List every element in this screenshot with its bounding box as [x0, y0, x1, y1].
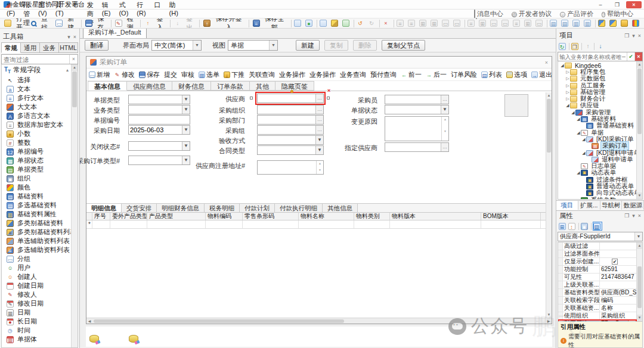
业务操作-button[interactable]: 业务操作: [279, 70, 305, 79]
clear-search-icon[interactable]: ×: [634, 52, 642, 61]
toolbox-item-修改日期[interactable]: ✎修改日期: [2, 299, 71, 308]
toolbox-item-多类别基础资料列表[interactable]: ≡多类别基础资料列表: [2, 228, 71, 237]
layout-select[interactable]: 中文(简体) ▼: [151, 40, 202, 51]
delete-annotation-icon[interactable]: ×: [327, 88, 330, 94]
grid-cell[interactable]: [481, 220, 541, 228]
document-tab[interactable]: 采购订单-_Default: [83, 29, 147, 38]
property-value[interactable]: ✔: [600, 258, 636, 265]
前一-button[interactable]: ←前一: [401, 70, 422, 79]
tree-expander-icon[interactable]: ◢: [581, 137, 586, 142]
align2-icon-button[interactable]: ⊞: [523, 19, 534, 28]
toolbox-item-多类别基础资料[interactable]: 多类别基础资料: [2, 219, 71, 228]
field-指定供应商[interactable]: …: [385, 142, 449, 152]
field-input-验收方式[interactable]: [258, 136, 315, 144]
copy-parent-node-button[interactable]: 复制父节点: [382, 40, 425, 51]
close-icon[interactable]: ×: [638, 213, 641, 219]
float-icon[interactable]: ❐: [624, 33, 629, 39]
修改-button[interactable]: ✎修改: [114, 70, 135, 79]
保存-button[interactable]: ▬保存: [83, 19, 110, 28]
toolbox-item-单据状态[interactable]: ▦单据状态: [2, 156, 71, 165]
property-value[interactable]: 编码: [600, 297, 636, 304]
提交-button[interactable]: 提交: [164, 70, 177, 79]
field-input-采购组[interactable]: [258, 126, 315, 134]
view-select[interactable]: 单据 ▼: [228, 40, 278, 51]
size-icon-button[interactable]: ▭: [534, 19, 546, 28]
tree-expander-icon[interactable]: ◢: [576, 117, 581, 122]
field-采购组[interactable]: …: [257, 125, 324, 135]
panel-tab-扩展...[interactable]: 扩展...: [578, 201, 600, 210]
designer-close-icon[interactable]: ×: [545, 60, 548, 66]
业务查询-button[interactable]: 业务查询: [340, 70, 366, 79]
grid-cell[interactable]: [206, 220, 243, 228]
categorized-view-icon[interactable]: ⊞: [558, 222, 568, 231]
field-单据状态[interactable]: ▼: [385, 105, 449, 114]
size-icon-button[interactable]: ▭: [452, 19, 463, 28]
grid-cell[interactable]: [243, 220, 299, 228]
detail-tab-交货安排[interactable]: 交货安排: [122, 204, 157, 212]
保存并签入-button[interactable]: ↑保存并签入: [201, 19, 247, 28]
pin-icon[interactable]: ▾: [632, 213, 635, 219]
grid-cell[interactable]: [390, 220, 481, 228]
events-view-icon[interactable]: ▤: [593, 222, 602, 231]
form-tab-其他[interactable]: 其他: [250, 81, 275, 91]
close-icon[interactable]: ×: [638, 33, 641, 39]
预付查询-button[interactable]: 预付查询: [370, 70, 397, 79]
panel-tab-项目[interactable]: 项目: [556, 201, 578, 210]
toolbox-item-文本[interactable]: a文本: [2, 85, 71, 94]
winlay2-icon-button[interactable]: ▥: [583, 19, 594, 28]
lock-icon-button[interactable]: [620, 19, 631, 28]
toolbox-item-基础资料属性[interactable]: ▥基础资料属性: [2, 210, 71, 219]
toolbox-item-大文本[interactable]: 大文本: [2, 102, 71, 111]
退出-button[interactable]: →退出: [531, 70, 552, 79]
toolbox-item-单据体[interactable]: ▦单据体: [2, 335, 71, 344]
field-供应商注册地址#[interactable]: ▲▼: [257, 160, 324, 175]
float-icon[interactable]: ❐: [624, 213, 629, 219]
property-value[interactable]: [600, 281, 636, 288]
maximize-button[interactable]: ❐: [609, 1, 625, 8]
menu-right-item[interactable]: @开发者协议: [512, 10, 552, 18]
form-tab-财务信息[interactable]: 财务信息: [172, 81, 211, 91]
tree-expander-icon[interactable]: ◢: [560, 63, 565, 68]
translate-button[interactable]: 翻译: [85, 40, 109, 51]
field-input-业务类型[interactable]: [129, 105, 182, 114]
property-row-高级过滤[interactable]: 高级过滤: [558, 243, 636, 250]
检测-button[interactable]: ✎检测: [113, 19, 140, 28]
toolbox-item-单据类型[interactable]: ▤单据类型: [2, 165, 71, 174]
align-icon-button[interactable]: ≡: [466, 19, 478, 28]
winlay2-icon-button[interactable]: ▥: [571, 19, 583, 28]
project-search-input[interactable]: [558, 52, 627, 61]
toolbox-tab-通用[interactable]: 通用: [21, 42, 40, 53]
datasource-icon[interactable]: [89, 335, 99, 343]
tree-expander-icon[interactable]: ◢: [571, 110, 575, 115]
size-icon-button[interactable]: ▭: [441, 19, 452, 28]
选项-button[interactable]: 选项: [506, 70, 527, 79]
win-info-icon-button[interactable]: ●: [304, 19, 315, 28]
订单风险-button[interactable]: 订单风险: [451, 70, 477, 79]
detail-tab-付款计划[interactable]: 付款计划: [240, 204, 275, 212]
win-blue-icon-button[interactable]: [318, 19, 330, 28]
size-icon-button[interactable]: ▭: [500, 19, 512, 28]
grid-column-物料类别[interactable]: 物料类别: [354, 213, 390, 220]
property-value[interactable]: 采购组织: [600, 312, 636, 319]
property-row-过滤界面条件[interactable]: 过滤界面条件: [558, 250, 636, 258]
close-icon[interactable]: ×: [73, 34, 76, 40]
detail-tab-明细财务信息[interactable]: 明细财务信息: [157, 204, 205, 212]
审核-button[interactable]: 审核: [181, 70, 194, 79]
tree-expander-icon[interactable]: ▷: [565, 70, 570, 74]
toolbox-scrollbar[interactable]: ▲: [71, 64, 78, 347]
toolbox-item-创建日期[interactable]: 创建日期: [2, 281, 71, 290]
winlay-icon-button[interactable]: ▤: [549, 19, 560, 28]
form-tab-供应商信息[interactable]: 供应商信息: [127, 81, 172, 91]
winlay-icon-button[interactable]: ▤: [560, 19, 571, 28]
lookup-icon[interactable]: …: [441, 95, 448, 104]
field-input-采购员[interactable]: [385, 95, 441, 104]
toolbox-item-组织[interactable]: ▣组织: [2, 174, 71, 183]
toolbox-item-多选辅助资料列表[interactable]: ≡多选辅助资料列表: [2, 246, 71, 254]
form-tab-基本信息[interactable]: 基本信息: [88, 81, 127, 91]
delete-button[interactable]: 删除: [353, 40, 377, 51]
toolbox-tab-常规[interactable]: 常规: [1, 42, 21, 53]
签出-button[interactable]: ↓签出: [172, 19, 199, 28]
toolbox-tab-业务[interactable]: 业务: [40, 42, 59, 53]
field-input-供应商注册地址#[interactable]: [258, 161, 316, 174]
checkbox-icon[interactable]: ✔: [612, 259, 618, 265]
